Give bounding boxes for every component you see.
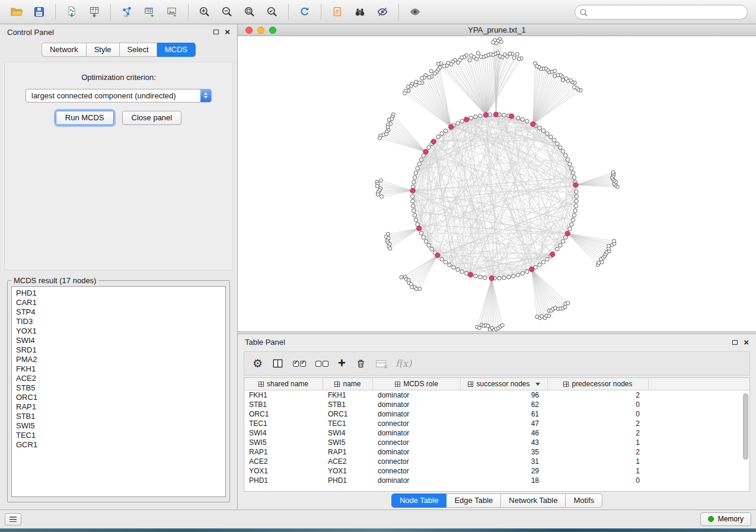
column-header-shared-name[interactable]: shared name [244, 378, 323, 390]
table-cell: SWI5 [323, 438, 373, 447]
select-all-columns-icon[interactable] [293, 361, 306, 367]
import-network-button[interactable] [61, 3, 82, 21]
list-item[interactable]: PMA2 [12, 355, 225, 364]
column-header-mcds-role[interactable]: MCDS role [373, 378, 461, 390]
hide-graphics-button[interactable] [372, 3, 393, 21]
zoom-fit-button[interactable] [239, 3, 260, 21]
table-cell: FKH1 [244, 391, 323, 399]
list-item[interactable]: SRD1 [12, 345, 225, 355]
show-graphics-button[interactable] [404, 3, 426, 21]
table-settings-icon[interactable]: ⚙ [253, 358, 263, 369]
export-image-button[interactable] [161, 3, 183, 21]
column-grid-icon [259, 382, 264, 387]
close-panel-icon[interactable]: × [225, 29, 230, 35]
node-table-header: shared name name MCDS role successor nod… [244, 378, 749, 390]
list-item[interactable]: STB1 [12, 412, 225, 421]
task-history-button[interactable] [5, 513, 21, 525]
list-item[interactable]: SWI4 [12, 336, 225, 345]
zoom-out-button[interactable] [216, 3, 238, 21]
tab-edge-table[interactable]: Edge Table [446, 493, 501, 508]
search-icon [579, 8, 588, 17]
table-cell: 2 [548, 419, 649, 428]
search-input[interactable] [575, 5, 748, 20]
table-cell: 2 [548, 429, 649, 437]
tab-select[interactable]: Select [120, 43, 157, 57]
list-item[interactable]: YOX1 [12, 326, 225, 336]
table-row[interactable]: TEC1TEC1connector472 [244, 419, 749, 428]
table-cell: PHD1 [244, 476, 323, 485]
list-item[interactable]: TEC1 [12, 431, 225, 440]
table-row[interactable]: SWI4SWI4dominator462 [244, 428, 749, 438]
mcds-result-list[interactable]: PHD1CAR1STP4TID3YOX1SWI4SRD1PMA2FKH1ACE2… [11, 286, 226, 497]
float-panel-icon[interactable] [213, 30, 219, 34]
table-cell: dominator [373, 391, 461, 399]
minimize-window-icon[interactable] [257, 27, 264, 34]
list-item[interactable]: RAP1 [12, 402, 225, 412]
table-row[interactable]: ACE2ACE2connector311 [244, 457, 749, 466]
table-row[interactable]: RAP1RAP1dominator352 [244, 447, 749, 457]
zoom-out-icon [221, 6, 233, 18]
float-table-panel-icon[interactable] [732, 340, 738, 345]
export-network-icon [121, 6, 133, 18]
refresh-button[interactable] [294, 3, 315, 21]
table-cell: connector [373, 419, 461, 428]
delete-column-icon[interactable] [355, 358, 366, 369]
table-row[interactable]: YOX1YOX1connector291 [244, 466, 749, 476]
list-item[interactable]: GCR1 [12, 440, 225, 450]
export-network-button[interactable] [116, 3, 138, 21]
close-window-icon[interactable] [245, 27, 253, 34]
deselect-all-columns-icon[interactable] [315, 361, 328, 367]
optimization-criterion-label: Optimization criterion: [81, 73, 156, 82]
table-row[interactable]: SWI5SWI5connector431 [244, 438, 749, 447]
column-header-successor-nodes[interactable]: successor nodes [461, 378, 548, 390]
list-item[interactable]: FKH1 [12, 364, 225, 374]
column-header-predecessor-nodes[interactable]: predecessor nodes [548, 378, 649, 390]
criterion-select[interactable]: largest connected component (undirected) [25, 89, 212, 102]
table-cell: SWI4 [244, 429, 323, 437]
tab-network[interactable]: Network [42, 43, 87, 57]
clone-network-button[interactable] [327, 3, 348, 21]
maximize-window-icon[interactable] [269, 27, 276, 34]
tab-node-table[interactable]: Node Table [391, 493, 447, 508]
list-item[interactable]: SWI5 [12, 421, 225, 431]
list-item[interactable]: TID3 [12, 317, 225, 326]
close-table-panel-icon[interactable]: × [744, 339, 749, 345]
memory-status-icon [708, 516, 714, 522]
find-button[interactable] [349, 3, 371, 21]
list-item[interactable]: STP4 [12, 307, 225, 317]
tab-style[interactable]: Style [87, 43, 120, 57]
list-item[interactable]: PHD1 [12, 289, 225, 298]
list-item[interactable]: ORC1 [12, 393, 225, 402]
column-header-name[interactable]: name [323, 378, 373, 390]
import-table-button[interactable] [84, 3, 105, 21]
table-row[interactable]: FKH1FKH1dominator962 [244, 390, 749, 400]
table-cell: TEC1 [244, 419, 323, 428]
zoom-selected-button[interactable] [261, 3, 283, 21]
table-row[interactable]: PHD1PHD1dominator180 [244, 476, 749, 485]
memory-button[interactable]: Memory [700, 512, 751, 526]
list-item[interactable]: ACE2 [12, 374, 225, 383]
tab-motifs[interactable]: Motifs [566, 493, 602, 508]
table-row[interactable]: STB1STB1dominator620 [244, 400, 749, 409]
run-mcds-button[interactable]: Run MCDS [56, 111, 114, 125]
save-session-button[interactable] [28, 3, 50, 21]
column-layout-icon[interactable] [272, 358, 283, 369]
folder-open-icon [10, 6, 23, 18]
zoom-in-button[interactable] [194, 3, 215, 21]
close-panel-button[interactable]: Close panel [122, 111, 182, 125]
tab-network-table[interactable]: Network Table [501, 493, 566, 508]
network-canvas[interactable] [238, 36, 756, 331]
tab-mcds[interactable]: MCDS [157, 43, 196, 57]
mcds-result-group: MCDS result (17 nodes) PHD1CAR1STP4TID3Y… [7, 276, 230, 502]
table-cell: RAP1 [244, 448, 323, 456]
list-item[interactable]: CAR1 [12, 298, 225, 307]
list-item[interactable]: STB5 [12, 383, 225, 393]
table-scrollbar[interactable] [743, 393, 748, 460]
add-column-icon[interactable]: + [338, 357, 346, 370]
table-row[interactable]: ORC1ORC1dominator610 [244, 409, 749, 419]
export-table-button[interactable] [139, 3, 160, 21]
column-grid-icon [395, 382, 400, 387]
table-cell: STB1 [244, 400, 323, 409]
table-cell: 2 [548, 391, 649, 399]
open-session-button[interactable] [6, 3, 27, 21]
